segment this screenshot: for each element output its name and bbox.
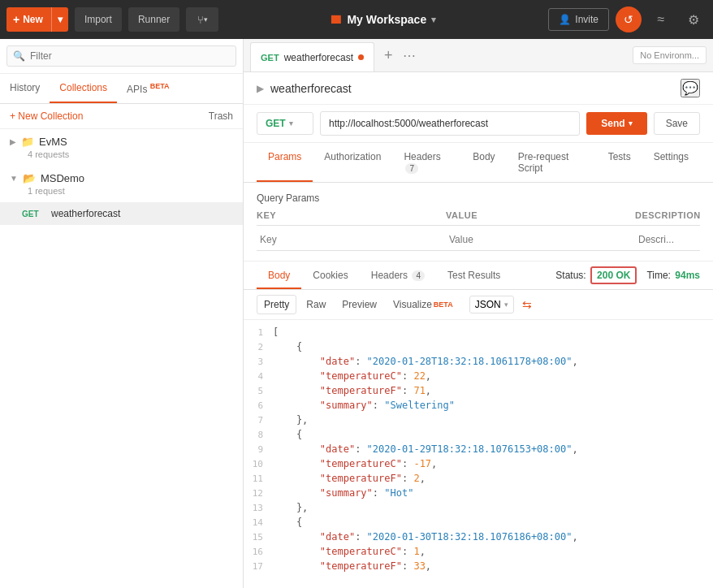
request-name: weatherforecast bbox=[270, 82, 352, 95]
wrap-lines-button[interactable]: ⇆ bbox=[522, 297, 532, 312]
sidebar-actions: + New Collection Trash bbox=[0, 104, 243, 129]
method-chevron-icon: ▾ bbox=[289, 119, 293, 128]
collection-evms[interactable]: ▶ 📁 EvMS 4 requests bbox=[0, 129, 243, 166]
preview-button[interactable]: Preview bbox=[335, 296, 383, 313]
fork-button[interactable]: ⑂ ▾ bbox=[186, 7, 218, 32]
tab-headers[interactable]: Headers 7 bbox=[392, 143, 461, 182]
new-dropdown-arrow[interactable]: ▾ bbox=[52, 7, 68, 32]
method-label: GET bbox=[261, 53, 279, 63]
add-tab-button[interactable]: + bbox=[378, 44, 400, 67]
sync-button[interactable]: ↺ bbox=[616, 6, 642, 32]
code-line: 12 "summary": "Hot" bbox=[244, 487, 713, 502]
col-key-header: KEY bbox=[257, 210, 446, 220]
tab-tests[interactable]: Tests bbox=[597, 143, 642, 182]
tab-collections[interactable]: Collections bbox=[50, 74, 117, 103]
request-tab-weatherforecast[interactable]: GET weatherforecast bbox=[250, 42, 374, 71]
query-params-section: Query Params KEY VALUE DESCRIPTION bbox=[244, 183, 713, 262]
method-select[interactable]: GET ▾ bbox=[257, 112, 313, 135]
sync-icon: ↺ bbox=[624, 13, 633, 26]
chevron-down-icon: ▼ bbox=[10, 174, 18, 183]
trash-button[interactable]: Trash bbox=[209, 110, 233, 122]
settings-button[interactable]: ⚙ bbox=[681, 6, 707, 32]
request-tabs: Params Authorization Headers 7 Body Pre-… bbox=[244, 143, 713, 183]
tab-apis[interactable]: APIs BETA bbox=[117, 74, 179, 103]
response-meta: Status: 200 OK Time: 94ms bbox=[555, 270, 700, 281]
code-line: 3 "date": "2020-01-28T18:32:18.1061178+0… bbox=[244, 356, 713, 370]
format-chevron-icon: ▾ bbox=[504, 300, 508, 309]
runner-button[interactable]: Runner bbox=[128, 7, 179, 32]
response-tabs: Body Cookies Headers 4 Test Results Stat… bbox=[244, 262, 713, 290]
settings-icon: ⚙ bbox=[688, 12, 699, 28]
resp-tab-headers[interactable]: Headers 4 bbox=[360, 262, 436, 289]
env-selector[interactable]: No Environm... bbox=[633, 46, 707, 64]
tab-history[interactable]: History bbox=[0, 74, 50, 103]
code-line: 5 "temperatureF": 71, bbox=[244, 385, 713, 400]
response-body: 1 [ 2 { 3 "date": "2020-01-28T18:32:18.1… bbox=[244, 320, 713, 588]
raw-button[interactable]: Raw bbox=[300, 296, 332, 313]
send-chevron-icon: ▾ bbox=[629, 119, 633, 128]
url-bar: GET ▾ Send ▾ Save bbox=[244, 105, 713, 143]
code-line: 17 "temperatureF": 33, bbox=[244, 560, 713, 575]
params-header: KEY VALUE DESCRIPTION bbox=[257, 210, 700, 226]
time-value: 94ms bbox=[675, 270, 700, 281]
sidebar-search-area: 🔍 bbox=[0, 39, 243, 74]
invite-label: Invite bbox=[575, 14, 598, 25]
top-nav: + New ▾ Import Runner ⑂ ▾ ⯀ My Workspace… bbox=[0, 0, 713, 39]
main-layout: 🔍 History Collections APIs BETA + New Co… bbox=[0, 39, 713, 588]
tab-body[interactable]: Body bbox=[461, 143, 506, 182]
code-line: 13 }, bbox=[244, 502, 713, 517]
code-line: 1 [ bbox=[244, 326, 713, 341]
new-button[interactable]: + New ▾ bbox=[6, 7, 68, 32]
url-input[interactable] bbox=[320, 111, 580, 136]
send-button[interactable]: Send ▾ bbox=[586, 112, 646, 135]
tab-settings[interactable]: Settings bbox=[642, 143, 700, 182]
tab-request-name: weatherforecast bbox=[284, 52, 353, 63]
collection-count: 4 requests bbox=[10, 149, 233, 159]
resp-tab-test-results[interactable]: Test Results bbox=[436, 262, 512, 289]
filter-input[interactable] bbox=[6, 45, 236, 67]
request-name-row: ▶ weatherforecast 💬 bbox=[244, 72, 713, 105]
folder-icon: 📂 bbox=[23, 172, 36, 184]
chevron-down-icon: ▾ bbox=[58, 14, 63, 25]
pretty-button[interactable]: Pretty bbox=[257, 295, 296, 314]
status-value-badge: 200 OK bbox=[590, 266, 637, 284]
signal-icon-button[interactable]: ≈ bbox=[648, 6, 674, 32]
search-icon: 🔍 bbox=[13, 50, 25, 62]
comment-button[interactable]: 💬 bbox=[681, 79, 700, 97]
nav-right: ↺ ≈ ⚙ bbox=[616, 6, 707, 32]
new-main[interactable]: + New bbox=[6, 7, 52, 32]
tab-authorization[interactable]: Authorization bbox=[313, 143, 392, 182]
collection-msdemo[interactable]: ▼ 📂 MSDemo 1 request bbox=[0, 166, 243, 202]
status-label: Status: 200 OK bbox=[555, 270, 637, 281]
wrap-icon: ⇆ bbox=[522, 298, 532, 311]
comment-icon: 💬 bbox=[682, 81, 698, 95]
code-line: 10 "temperatureC": -17, bbox=[244, 458, 713, 473]
method-badge: GET bbox=[22, 210, 45, 218]
tab-pre-request[interactable]: Pre-request Script bbox=[507, 143, 597, 182]
format-select[interactable]: JSON ▾ bbox=[469, 296, 514, 313]
signal-icon: ≈ bbox=[658, 12, 665, 27]
workspace-label: ⯀ My Workspace ▾ bbox=[225, 13, 542, 26]
resp-tab-cookies[interactable]: Cookies bbox=[301, 262, 359, 289]
col-desc-header: DESCRIPTION bbox=[635, 210, 700, 220]
sidebar-tabs: History Collections APIs BETA bbox=[0, 74, 243, 104]
col-value-header: VALUE bbox=[446, 210, 635, 220]
import-button[interactable]: Import bbox=[75, 7, 122, 32]
more-tabs-button[interactable]: ⋯ bbox=[403, 48, 416, 63]
code-line: 11 "temperatureF": 2, bbox=[244, 473, 713, 487]
desc-input[interactable] bbox=[635, 229, 700, 251]
request-item-weatherforecast[interactable]: GET weatherforecast bbox=[0, 202, 243, 225]
key-input[interactable] bbox=[257, 229, 446, 251]
new-collection-button[interactable]: + New Collection bbox=[10, 110, 83, 122]
resp-tab-body[interactable]: Body bbox=[257, 262, 301, 289]
tab-params[interactable]: Params bbox=[257, 143, 313, 182]
visualize-button[interactable]: Visualize BETA bbox=[387, 296, 460, 313]
value-input[interactable] bbox=[446, 229, 635, 251]
invite-button[interactable]: 👤 Invite bbox=[548, 8, 609, 31]
format-label: JSON bbox=[475, 299, 501, 310]
request-panel: GET weatherforecast + ⋯ No Environm... ▶… bbox=[244, 39, 713, 588]
code-line: 16 "temperatureC": 1, bbox=[244, 546, 713, 560]
fork-icon: ⑂ bbox=[197, 14, 204, 26]
collection-name: EvMS bbox=[39, 136, 67, 148]
save-button[interactable]: Save bbox=[654, 112, 700, 135]
